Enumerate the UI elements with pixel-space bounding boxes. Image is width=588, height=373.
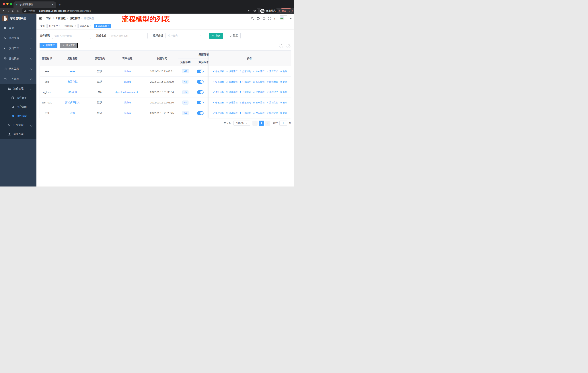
app-logo-row[interactable]: 芋道管理系统 bbox=[0, 14, 36, 23]
form-link[interactable]: biubiu bbox=[124, 112, 131, 115]
key-icon[interactable] bbox=[248, 10, 251, 12]
next-page-button[interactable]: › bbox=[265, 121, 270, 126]
breadcrumb-item[interactable]: 流程管理 bbox=[70, 17, 80, 20]
sidebar-item-leave-query[interactable]: 请假查询 bbox=[0, 130, 36, 139]
action-publish[interactable]: 发布流程 bbox=[253, 80, 264, 83]
action-definition[interactable]: 流程定义 bbox=[266, 101, 278, 104]
kebab-menu-icon[interactable]: ⋮ bbox=[288, 10, 291, 12]
tag-home[interactable]: 首页 bbox=[39, 24, 46, 28]
active-toggle[interactable] bbox=[197, 111, 204, 115]
action-definition[interactable]: 流程定义 bbox=[266, 70, 278, 73]
sidebar-item-process-model[interactable]: 流程模型 bbox=[0, 111, 36, 121]
action-definition[interactable]: 流程定义 bbox=[266, 91, 278, 94]
action-publish[interactable]: 发布流程 bbox=[253, 101, 264, 104]
avatar[interactable] bbox=[280, 15, 287, 23]
minimize-window-button[interactable] bbox=[6, 3, 9, 5]
action-design[interactable]: 设计流程 bbox=[226, 80, 238, 83]
action-assign[interactable]: 分配规则 bbox=[240, 111, 251, 115]
page-number-1[interactable]: 1 bbox=[259, 121, 264, 126]
toggle-search-button[interactable] bbox=[279, 43, 284, 48]
tag-process-model[interactable]: 流程模型× bbox=[94, 24, 111, 28]
breadcrumb-item[interactable]: 首页 bbox=[46, 17, 51, 20]
sidebar-item-process-form[interactable]: 流程表单 bbox=[0, 93, 36, 102]
tag-close-icon[interactable]: × bbox=[74, 25, 76, 27]
form-link[interactable]: biubiu bbox=[124, 70, 131, 73]
action-assign[interactable]: 分配规则 bbox=[240, 101, 251, 104]
help-icon[interactable] bbox=[262, 17, 266, 20]
home-button[interactable] bbox=[16, 8, 21, 13]
action-publish[interactable]: 发布流程 bbox=[253, 111, 264, 115]
address-bar[interactable]: 不安全 dashboard.yudao.iocoder.cn/bpm/manag… bbox=[22, 8, 258, 13]
action-publish[interactable]: 发布流程 bbox=[253, 70, 264, 73]
action-edit[interactable]: 修改流程 bbox=[212, 91, 224, 94]
action-publish[interactable]: 发布流程 bbox=[253, 91, 264, 94]
update-chip[interactable]: 更新 ⋮ bbox=[279, 8, 293, 13]
goto-page-input[interactable] bbox=[279, 121, 287, 126]
fullscreen-icon[interactable] bbox=[268, 17, 271, 20]
form-link[interactable]: biubiu bbox=[124, 101, 131, 104]
sidebar-item-user-group[interactable]: 用户分组 bbox=[0, 102, 36, 111]
action-edit[interactable]: 修改流程 bbox=[212, 70, 224, 73]
action-design[interactable]: 设计流程 bbox=[226, 70, 238, 73]
process-name-link[interactable]: eeee bbox=[70, 70, 75, 73]
sidebar-item-process-manage[interactable]: 流程管理 bbox=[0, 84, 36, 93]
browser-tab[interactable]: 芋道管理系统 ✕ bbox=[13, 1, 56, 8]
action-definition[interactable]: 流程定义 bbox=[266, 80, 278, 83]
prev-page-button[interactable]: ‹ bbox=[252, 121, 258, 126]
sidebar-item-home[interactable]: 首页 bbox=[0, 23, 36, 33]
active-toggle[interactable] bbox=[197, 70, 204, 73]
process-name-link[interactable]: 测试多审批人 bbox=[65, 101, 80, 104]
page-size-select[interactable]: 10条/页 bbox=[233, 121, 250, 126]
action-design[interactable]: 设计流程 bbox=[226, 101, 238, 104]
process-name-link[interactable]: 自己审批 bbox=[67, 80, 78, 83]
sidebar-collapse-icon[interactable] bbox=[36, 17, 45, 20]
github-icon[interactable] bbox=[257, 17, 260, 20]
sidebar-item-workflow[interactable]: 工作流程 bbox=[0, 74, 36, 84]
search-icon[interactable] bbox=[251, 17, 254, 20]
action-design[interactable]: 设计流程 bbox=[226, 111, 238, 115]
action-edit[interactable]: 修改流程 bbox=[212, 80, 224, 83]
zoom-window-button[interactable] bbox=[10, 3, 12, 5]
action-edit[interactable]: 修改流程 bbox=[212, 101, 224, 104]
action-assign[interactable]: 分配规则 bbox=[240, 91, 251, 94]
back-button[interactable] bbox=[1, 8, 6, 13]
close-window-button[interactable] bbox=[3, 3, 5, 5]
sidebar-item-task-manage[interactable]: 任务管理 bbox=[0, 121, 36, 130]
sidebar-item-devtools[interactable]: 研发工具 bbox=[0, 64, 36, 74]
action-definition[interactable]: 流程定义 bbox=[266, 111, 278, 115]
new-tab-button[interactable]: + bbox=[59, 3, 61, 6]
process-name-link[interactable]: 滔博 bbox=[70, 111, 75, 115]
action-assign[interactable]: 分配规则 bbox=[240, 70, 251, 73]
forward-button[interactable] bbox=[6, 8, 11, 13]
process-category-select[interactable]: 流程分类 bbox=[166, 33, 204, 39]
tag-close-icon[interactable]: × bbox=[90, 25, 91, 27]
tag-close-icon[interactable]: × bbox=[59, 25, 60, 27]
active-toggle[interactable] bbox=[197, 80, 204, 84]
import-process-button[interactable]: 导入流程 bbox=[60, 43, 78, 48]
active-toggle[interactable] bbox=[197, 101, 204, 104]
process-key-input[interactable] bbox=[52, 33, 91, 39]
process-name-link[interactable]: OA 请假 bbox=[68, 91, 77, 94]
bookmark-star-icon[interactable] bbox=[253, 10, 256, 12]
sidebar-item-payment[interactable]: ¥支付管理 bbox=[0, 43, 36, 53]
sidebar-item-infra[interactable]: 基础设施 bbox=[0, 53, 36, 64]
action-assign[interactable]: 分配规则 bbox=[240, 80, 251, 83]
action-delete[interactable]: 删除 bbox=[280, 101, 287, 104]
action-delete[interactable]: 删除 bbox=[280, 80, 287, 83]
caret-down-icon[interactable] bbox=[290, 18, 292, 20]
tag-process-form[interactable]: 流程表单× bbox=[78, 24, 93, 28]
search-button[interactable]: 搜索 bbox=[209, 33, 223, 39]
tag-my-process[interactable]: 我的流程× bbox=[63, 24, 77, 28]
action-delete[interactable]: 删除 bbox=[280, 70, 287, 73]
reload-button[interactable] bbox=[11, 8, 16, 13]
refresh-table-button[interactable] bbox=[286, 43, 291, 48]
create-process-button[interactable]: 新建流程 bbox=[40, 43, 57, 48]
action-design[interactable]: 设计流程 bbox=[226, 91, 238, 94]
warning-icon[interactable] bbox=[24, 10, 27, 12]
reset-button[interactable]: 重置 bbox=[227, 33, 241, 39]
tag-tenant[interactable]: 租户管理× bbox=[47, 24, 62, 28]
tag-close-icon[interactable]: × bbox=[108, 25, 109, 27]
action-delete[interactable]: 删除 bbox=[280, 91, 287, 94]
sidebar-item-system[interactable]: 系统管理 bbox=[0, 33, 36, 43]
action-delete[interactable]: 删除 bbox=[280, 111, 287, 115]
